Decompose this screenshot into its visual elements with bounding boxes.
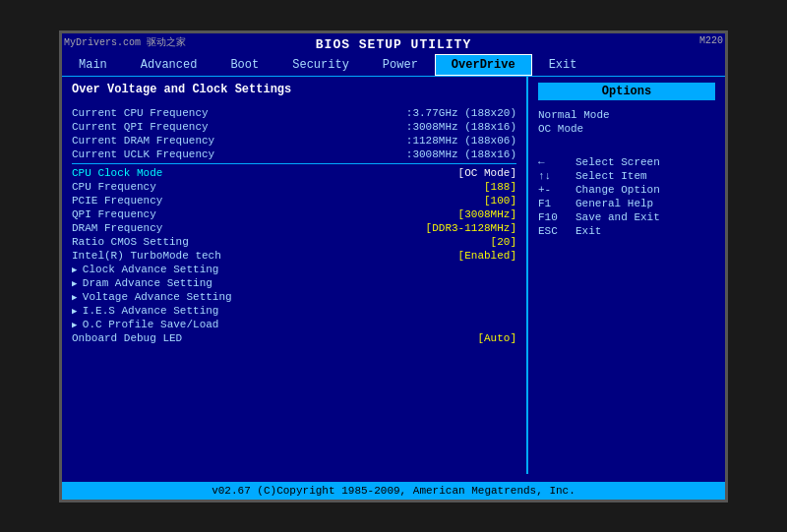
- options-title: Options: [538, 83, 715, 100]
- option-normal-mode[interactable]: Normal Mode: [538, 108, 715, 122]
- oc-profile[interactable]: O.C Profile Save/Load: [72, 318, 516, 331]
- model-label: M220: [699, 35, 723, 46]
- voltage-advance[interactable]: Voltage Advance Setting: [72, 290, 516, 304]
- qpi-frequency[interactable]: QPI Frequency [3008MHz]: [72, 207, 516, 221]
- tab-main[interactable]: Main: [62, 54, 124, 76]
- uclk-freq-info: Current UCLK Frequency :3008MHz (188x16): [72, 148, 516, 161]
- option-oc-mode[interactable]: OC Mode: [538, 122, 715, 136]
- dram-freq-info: Current DRAM Frequency :1128MHz (188x06): [72, 134, 516, 148]
- help-general-help: F1 General Help: [538, 197, 715, 210]
- ratio-cmos[interactable]: Ratio CMOS Setting [20]: [72, 235, 516, 249]
- footer: v02.67 (C)Copyright 1985-2009, American …: [62, 482, 725, 500]
- cpu-clock-mode[interactable]: CPU Clock Mode [OC Mode]: [72, 166, 516, 180]
- tab-exit[interactable]: Exit: [532, 54, 594, 76]
- dram-frequency[interactable]: DRAM Frequency [DDR3-1128MHz]: [72, 221, 516, 235]
- help-select-screen: ← Select Screen: [538, 155, 715, 169]
- help-save-exit: F10 Save and Exit: [538, 210, 715, 224]
- onboard-debug-led[interactable]: Onboard Debug LED [Auto]: [72, 331, 516, 345]
- turbomode[interactable]: Intel(R) TurboMode tech [Enabled]: [72, 249, 516, 263]
- dram-advance[interactable]: Dram Advance Setting: [72, 276, 516, 290]
- pcie-frequency[interactable]: PCIE Frequency [100]: [72, 194, 516, 207]
- tab-overdrive[interactable]: OverDrive: [435, 54, 532, 76]
- nav-tabs: Main Advanced Boot Security Power OverDr…: [62, 54, 725, 77]
- left-panel: Over Voltage and Clock Settings Current …: [62, 77, 528, 474]
- help-section: ← Select Screen ↑↓ Select Item +- Change…: [538, 155, 715, 238]
- content-area: Over Voltage and Clock Settings Current …: [62, 77, 725, 474]
- help-select-item: ↑↓ Select Item: [538, 169, 715, 183]
- tab-security[interactable]: Security: [275, 54, 366, 76]
- watermark: MyDrivers.com 驱动之家: [64, 35, 186, 49]
- ies-advance[interactable]: I.E.S Advance Setting: [72, 304, 516, 318]
- qpi-freq-info: Current QPI Frequency :3008MHz (188x16): [72, 120, 516, 134]
- right-panel: Options Normal Mode OC Mode ← Select Scr…: [528, 77, 725, 474]
- tab-boot[interactable]: Boot: [213, 54, 275, 76]
- cpu-freq-info: Current CPU Frequency :3.77GHz (188x20): [72, 106, 516, 120]
- panel-title: Over Voltage and Clock Settings: [72, 83, 516, 98]
- help-exit: ESC Exit: [538, 224, 715, 238]
- cpu-frequency[interactable]: CPU Frequency [188]: [72, 180, 516, 194]
- tab-power[interactable]: Power: [366, 54, 435, 76]
- tab-advanced[interactable]: Advanced: [124, 54, 214, 76]
- help-change-option: +- Change Option: [538, 183, 715, 197]
- clock-advance[interactable]: Clock Advance Setting: [72, 263, 516, 276]
